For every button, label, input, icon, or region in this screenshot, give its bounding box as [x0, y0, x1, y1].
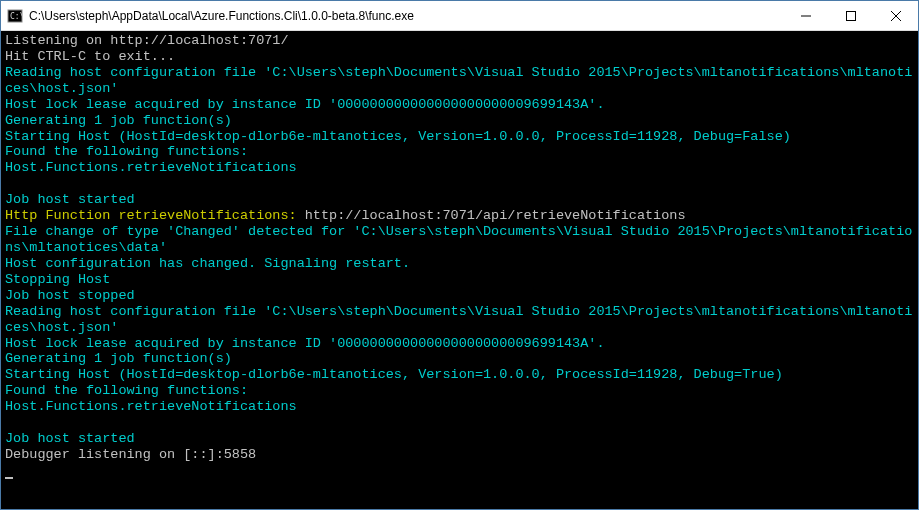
console-output[interactable]: Listening on http://localhost:7071/Hit C… — [1, 31, 918, 509]
console-line: File change of type 'Changed' detected f… — [5, 224, 914, 256]
cursor — [5, 477, 13, 479]
console-line: Debugger listening on [::]:5858 — [5, 447, 914, 463]
console-line: Host lock lease acquired by instance ID … — [5, 336, 914, 352]
console-line — [5, 176, 914, 192]
window-controls — [783, 1, 918, 30]
window-title: C:\Users\steph\AppData\Local\Azure.Funct… — [29, 9, 783, 23]
console-line: Stopping Host — [5, 272, 914, 288]
console-line: Host configuration has changed. Signalin… — [5, 256, 914, 272]
console-line: Hit CTRL-C to exit... — [5, 49, 914, 65]
console-line: Host lock lease acquired by instance ID … — [5, 97, 914, 113]
http-function-label: Http Function retrieveNotifications: — [5, 208, 297, 223]
console-line: Reading host configuration file 'C:\User… — [5, 304, 914, 336]
console-line: Host.Functions.retrieveNotifications — [5, 160, 914, 176]
console-line: Starting Host (HostId=desktop-dlorb6e-ml… — [5, 129, 914, 145]
console-line: Generating 1 job function(s) — [5, 351, 914, 367]
close-button[interactable] — [873, 1, 918, 30]
http-function-url: http://localhost:7071/api/retrieveNotifi… — [297, 208, 686, 223]
maximize-button[interactable] — [828, 1, 873, 30]
titlebar[interactable]: C:\ C:\Users\steph\AppData\Local\Azure.F… — [1, 1, 918, 31]
console-window: C:\ C:\Users\steph\AppData\Local\Azure.F… — [0, 0, 919, 510]
minimize-button[interactable] — [783, 1, 828, 30]
console-line: Found the following functions: — [5, 383, 914, 399]
svg-text:C:\: C:\ — [10, 12, 23, 21]
console-line: Http Function retrieveNotifications: htt… — [5, 208, 914, 224]
console-line: Job host stopped — [5, 288, 914, 304]
console-line: Found the following functions: — [5, 144, 914, 160]
app-icon: C:\ — [7, 8, 23, 24]
svg-rect-3 — [846, 11, 855, 20]
console-line: Job host started — [5, 431, 914, 447]
console-line: Starting Host (HostId=desktop-dlorb6e-ml… — [5, 367, 914, 383]
console-line: Reading host configuration file 'C:\User… — [5, 65, 914, 97]
console-line: Job host started — [5, 192, 914, 208]
console-line: Generating 1 job function(s) — [5, 113, 914, 129]
console-line: Listening on http://localhost:7071/ — [5, 33, 914, 49]
cursor-line — [5, 463, 914, 479]
console-line: Host.Functions.retrieveNotifications — [5, 399, 914, 415]
console-line — [5, 415, 914, 431]
